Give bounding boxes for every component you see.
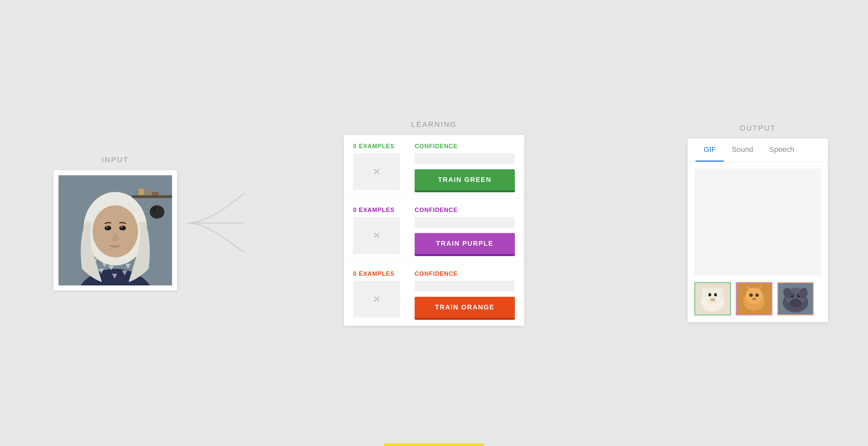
train-green-button[interactable]: TRAIN GREEN <box>414 169 515 190</box>
examples-label-purple: 0 EXAMPLES <box>353 207 407 214</box>
thumbnail-image-2 <box>737 283 771 314</box>
examples-section-green: 0 EXAMPLES ✕ <box>353 143 407 190</box>
input-label: INPUT <box>102 156 129 164</box>
image-placeholder-orange[interactable]: ✕ <box>353 281 400 317</box>
tab-gif[interactable]: GIF <box>695 139 724 162</box>
svg-point-36 <box>756 294 758 296</box>
svg-rect-1 <box>132 195 172 198</box>
thumbnail-image-3 <box>778 283 813 314</box>
learning-label: LEARNING <box>411 120 457 129</box>
cat-svg <box>737 283 771 314</box>
close-icon-green: ✕ <box>373 166 380 177</box>
confidence-label-orange: CONFIDENCE <box>414 270 515 277</box>
svg-point-35 <box>750 294 752 296</box>
output-tabs: GIF Sound Speech <box>688 139 828 162</box>
main-canvas: INPUT <box>0 0 868 446</box>
output-panel: GIF Sound Speech <box>688 139 828 322</box>
class-row-green: 0 EXAMPLES ✕ CONFIDENCE TRAIN GREEN <box>344 135 524 199</box>
confidence-section-green: CONFIDENCE TRAIN GREEN <box>414 143 515 190</box>
svg-rect-4 <box>152 192 159 195</box>
svg-point-21 <box>121 226 123 228</box>
image-placeholder-green[interactable]: ✕ <box>353 153 400 190</box>
confidence-section-orange: CONFIDENCE TRAIN ORANGE <box>414 270 515 318</box>
confidence-label-green: CONFIDENCE <box>414 143 515 150</box>
dog1-svg <box>695 283 730 314</box>
output-section: OUTPUT GIF Sound Speech <box>688 124 828 322</box>
examples-label-orange: 0 EXAMPLES <box>353 270 407 277</box>
svg-rect-6 <box>154 207 155 211</box>
confidence-bar-orange <box>414 281 515 291</box>
svg-point-19 <box>119 226 126 230</box>
image-placeholder-purple[interactable]: ✕ <box>353 217 400 254</box>
learning-section: LEARNING 0 EXAMPLES ✕ CONFIDENCE TRAIN G… <box>344 120 524 326</box>
confidence-bar-purple <box>414 217 515 228</box>
thumbnail-1[interactable] <box>694 282 731 315</box>
confidence-bar-green <box>414 153 515 164</box>
output-label: OUTPUT <box>740 124 776 133</box>
bottom-bar <box>384 443 484 446</box>
class-row-orange: 0 EXAMPLES ✕ CONFIDENCE TRAIN ORANGE <box>344 263 524 326</box>
thumbnail-image-1 <box>695 283 730 314</box>
svg-point-20 <box>106 226 108 228</box>
svg-rect-2 <box>138 188 144 195</box>
webcam-frame <box>54 170 177 290</box>
thumbnail-2[interactable] <box>736 282 772 315</box>
learning-panel: 0 EXAMPLES ✕ CONFIDENCE TRAIN GREEN <box>344 135 524 326</box>
train-orange-button[interactable]: TRAIN ORANGE <box>414 297 515 318</box>
svg-point-45 <box>792 295 793 296</box>
tab-sound[interactable]: Sound <box>724 139 762 162</box>
svg-point-32 <box>745 288 763 304</box>
confidence-section-purple: CONFIDENCE TRAIN PURPLE <box>414 207 515 254</box>
tab-speech[interactable]: Speech <box>761 139 802 162</box>
svg-point-5 <box>150 205 164 219</box>
dog3-svg <box>778 283 813 314</box>
svg-point-46 <box>798 295 800 296</box>
svg-rect-3 <box>145 190 149 195</box>
output-thumbnails <box>688 282 828 322</box>
svg-point-48 <box>789 299 802 307</box>
thumbnail-3[interactable] <box>777 282 814 315</box>
person-svg <box>59 175 172 285</box>
examples-label-green: 0 EXAMPLES <box>353 143 407 150</box>
examples-section-purple: 0 EXAMPLES ✕ <box>353 207 407 254</box>
close-icon-orange: ✕ <box>373 294 380 305</box>
confidence-label-purple: CONFIDENCE <box>414 207 515 214</box>
svg-point-18 <box>104 226 111 230</box>
svg-point-17 <box>93 205 138 258</box>
input-section: INPUT <box>54 156 177 290</box>
output-content-area <box>694 169 821 275</box>
train-purple-button[interactable]: TRAIN PURPLE <box>414 233 515 254</box>
svg-point-27 <box>710 298 715 302</box>
close-icon-purple: ✕ <box>373 230 380 241</box>
webcam-image <box>59 175 172 285</box>
class-row-purple: 0 EXAMPLES ✕ CONFIDENCE TRAIN PURPLE <box>344 199 524 263</box>
examples-section-orange: 0 EXAMPLES ✕ <box>353 270 407 317</box>
svg-point-37 <box>752 298 756 301</box>
